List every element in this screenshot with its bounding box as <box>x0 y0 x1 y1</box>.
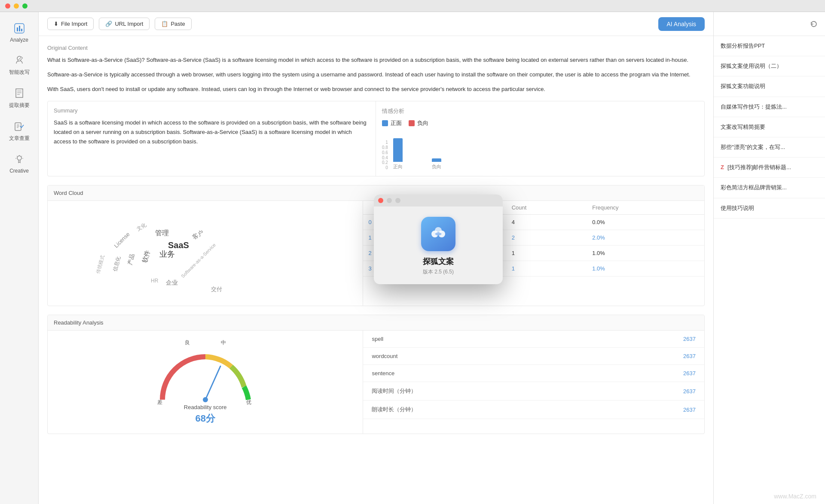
right-sidebar-header <box>714 12 825 36</box>
negative-label: 负向 <box>417 119 428 127</box>
sidebar-list-item[interactable]: 探狐文案功能说明 <box>714 76 825 97</box>
check-icon <box>12 119 26 133</box>
row-frequency: 0.0% <box>587 215 704 230</box>
row-count: 4 <box>507 215 587 230</box>
left-sidebar: Analyze 智能改写 T 提取摘要 <box>0 12 39 504</box>
original-content-section: Original Content What is Software-as-a-S… <box>47 45 705 94</box>
sidebar-item-analyze[interactable]: Analyze <box>0 16 38 48</box>
summary-title: Summary <box>54 107 370 114</box>
paste-button[interactable]: 📋 Paste <box>155 18 191 30</box>
right-sidebar: 数据分析报告PPT探狐文案使用说明（二）探狐文案功能说明自媒体写作技巧：提炼法.… <box>713 12 825 504</box>
list-item: spell 2637 <box>363 331 704 348</box>
sidebar-list-item[interactable]: 使用技巧说明 <box>714 198 825 219</box>
readability-section: Readability Analysis 良 中 <box>47 315 705 434</box>
paste-icon: 📋 <box>161 21 168 27</box>
positive-label: 正面 <box>391 119 402 127</box>
sidebar-item-extract[interactable]: T 提取摘要 <box>0 81 38 114</box>
sidebar-list-item[interactable]: Z[技巧推荐]邮件营销标题... <box>714 158 825 178</box>
original-para-3: With SaaS, users don't need to install o… <box>47 85 705 94</box>
sidebar-list-item[interactable]: 自媒体写作技巧：提炼法... <box>714 97 825 117</box>
gauge-svg: 差 优 <box>154 348 257 408</box>
readability-table: spell 2637 wordcount 2637 sentence 2637 … <box>363 331 704 434</box>
sidebar-item-rewrite[interactable]: 智能改写 <box>0 48 38 81</box>
list-item-label: 使用技巧说明 <box>721 204 754 212</box>
dialog-max-button[interactable] <box>395 198 400 203</box>
sidebar-list-item[interactable]: 数据分析报告PPT <box>714 36 825 56</box>
sentiment-title: 情感分析 <box>382 107 698 115</box>
file-import-button[interactable]: ⬇ File Import <box>47 18 94 30</box>
dialog-app-name: 探狐文案 <box>423 256 454 267</box>
file-import-label: File Import <box>61 21 87 27</box>
svg-text:业务: 业务 <box>159 250 175 258</box>
dialog-min-button[interactable] <box>387 198 392 203</box>
svg-text:客户: 客户 <box>191 229 205 241</box>
sidebar-list-item[interactable]: 那些"漂亮"的文案，在写... <box>714 137 825 158</box>
original-para-1: What is Software-as-a-Service (SaaS)? So… <box>47 55 705 65</box>
maximize-button[interactable] <box>22 3 28 9</box>
ai-analysis-button[interactable]: AI Analysis <box>658 17 705 31</box>
svg-text:信息化: 信息化 <box>112 256 122 272</box>
svg-text:交付: 交付 <box>211 286 222 292</box>
list-item-label: 探狐文案功能说明 <box>721 82 765 90</box>
row-count: 2 <box>507 230 587 246</box>
negative-bar-col: 负向 <box>432 158 441 170</box>
chart-icon <box>12 21 26 35</box>
svg-line-22 <box>205 366 220 400</box>
svg-rect-2 <box>19 26 20 31</box>
sidebar-list-item[interactable]: 文案改写精简扼要 <box>714 117 825 137</box>
close-button[interactable] <box>5 3 10 9</box>
list-item-label: 那些"漂亮"的文案，在写... <box>721 143 785 151</box>
readability-gauge: 良 中 <box>48 331 363 434</box>
svg-point-7 <box>17 156 21 160</box>
url-import-button[interactable]: 🔗 URL Import <box>99 18 150 30</box>
about-dialog[interactable]: 探狐文案 版本 2.5 (6.5) <box>374 194 503 284</box>
sidebar-label-creative: Creative <box>9 168 29 174</box>
sidebar-label-check: 文章查重 <box>9 135 30 142</box>
gauge-score-area: Readability score 68分 <box>184 404 227 425</box>
positive-axis-label: 正向 <box>393 164 403 170</box>
right-sidebar-list[interactable]: 数据分析报告PPT探狐文案使用说明（二）探狐文案功能说明自媒体写作技巧：提炼法.… <box>714 36 825 504</box>
sidebar-item-check[interactable]: 文章查重 <box>0 114 38 147</box>
dialog-title-bar <box>374 194 503 206</box>
r-label: sentence <box>363 365 594 382</box>
dialog-body: 探狐文案 版本 2.5 (6.5) <box>374 206 503 284</box>
file-import-icon: ⬇ <box>54 21 58 27</box>
r-value: 2637 <box>594 365 704 382</box>
readability-header: Readability Analysis <box>48 315 704 331</box>
list-item-label: [技巧推荐]邮件营销标题... <box>727 164 791 171</box>
svg-text:软件: 软件 <box>141 249 151 264</box>
refresh-icon[interactable] <box>810 20 818 28</box>
minimize-button[interactable] <box>14 3 19 9</box>
original-para-2: Software-as-a-Service is typically acces… <box>47 70 705 79</box>
positive-legend: 正面 <box>382 119 402 127</box>
analysis-row: Summary SaaS is a software licensing mod… <box>47 101 705 176</box>
sidebar-list-item[interactable]: 探狐文案使用说明（二） <box>714 56 825 76</box>
svg-rect-1 <box>17 27 18 31</box>
svg-rect-3 <box>21 29 22 31</box>
negative-axis-label: 负向 <box>432 164 441 170</box>
r-value: 2637 <box>594 348 704 365</box>
list-item: wordcount 2637 <box>363 348 704 365</box>
dialog-version: 版本 2.5 (6.5) <box>423 268 454 276</box>
svg-text:HR: HR <box>151 278 159 284</box>
extract-icon: T <box>12 86 26 100</box>
svg-text:差: 差 <box>157 399 162 405</box>
svg-text:SaaS: SaaS <box>168 240 189 250</box>
row-frequency: 1.0% <box>587 246 704 261</box>
gauge-score-value: 68分 <box>184 412 227 425</box>
sentiment-chart: 10.80.60.40.20 正向 负向 <box>382 131 698 170</box>
sentiment-section: 情感分析 正面 负向 10.80.60 <box>376 101 704 176</box>
negative-legend: 负向 <box>409 119 428 127</box>
title-bar <box>0 0 825 12</box>
svg-text:产品: 产品 <box>126 253 135 266</box>
dialog-close-button[interactable] <box>378 198 383 203</box>
r-table: spell 2637 wordcount 2637 sentence 2637 … <box>363 331 704 419</box>
sidebar-item-creative[interactable]: Creative <box>0 147 38 179</box>
col-frequency: Frequency <box>587 201 704 215</box>
url-import-label: URL Import <box>115 21 143 27</box>
word-cloud-svg: License 管理 SaaS 客户 传统模式 信息化 产品 软件 业务 HR … <box>56 209 245 295</box>
positive-bar-col: 正向 <box>393 138 403 170</box>
list-item-label: 数据分析报告PPT <box>721 42 765 50</box>
r-value: 2637 <box>594 382 704 401</box>
sidebar-list-item[interactable]: 彩色简洁方框品牌营销策... <box>714 178 825 198</box>
